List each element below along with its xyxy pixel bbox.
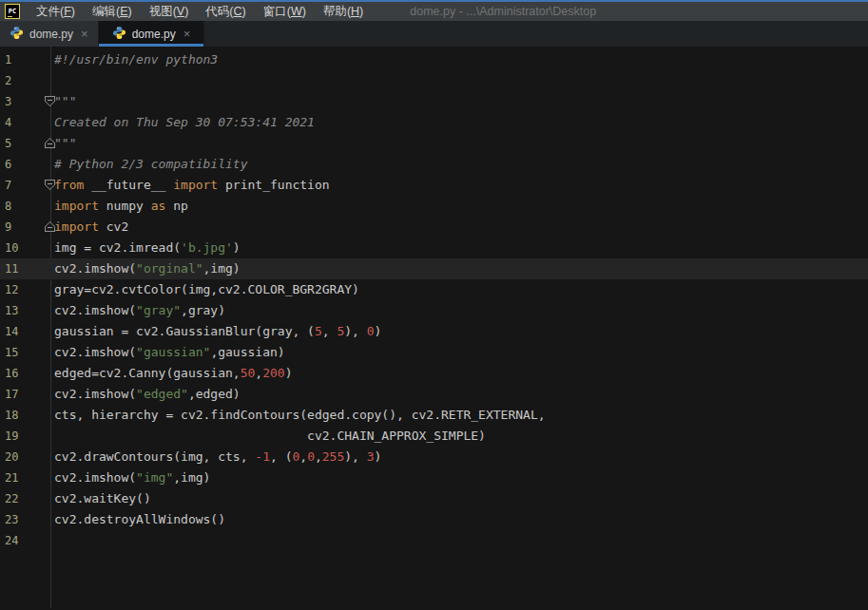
- line-number[interactable]: 23: [0, 509, 51, 530]
- menu-label-pre: 编辑(: [92, 5, 120, 18]
- code-line-text[interactable]: cv2.imshow("gray",gray): [51, 300, 225, 321]
- line-number[interactable]: 16: [0, 363, 51, 384]
- line-number[interactable]: 24: [0, 530, 51, 551]
- tab-dome-py[interactable]: dome.py×: [0, 21, 99, 47]
- code-line[interactable]: 3""": [0, 91, 868, 112]
- code-line-text[interactable]: [51, 70, 54, 91]
- code-line[interactable]: 13cv2.imshow("gray",gray): [0, 300, 868, 321]
- code-line[interactable]: 20cv2.drawContours(img, cts, -1, (0,0,25…: [0, 447, 868, 467]
- line-number[interactable]: 8: [0, 196, 51, 217]
- code-line[interactable]: 2: [0, 70, 868, 91]
- line-number[interactable]: 1: [0, 49, 51, 70]
- menu-mnemonic: W: [291, 5, 302, 18]
- code-line-text[interactable]: Created on Thu Sep 30 07:53:41 2021: [51, 112, 315, 133]
- code-token-pl: numpy: [99, 199, 151, 213]
- code-line-text[interactable]: cv2.destroyAllWindows(): [51, 509, 225, 530]
- code-line[interactable]: 8import numpy as np: [0, 196, 868, 217]
- code-token-pl: ): [375, 324, 382, 338]
- tab-dome-py[interactable]: dome.py×: [99, 21, 205, 47]
- code-token-pl: cv2.imshow(: [54, 387, 136, 401]
- code-token-pl: ): [233, 240, 241, 255]
- code-editor[interactable]: 1#!/usr/bin/env python323"""4Created on …: [0, 47, 868, 608]
- line-number[interactable]: 2: [0, 70, 51, 91]
- pycharm-logo-text: PC: [9, 8, 16, 15]
- code-token-pl: ,gaussian): [210, 345, 284, 359]
- code-line[interactable]: 16edged=cv2.Canny(gaussian,50,200): [0, 363, 868, 384]
- code-line[interactable]: 22cv2.waitKey(): [0, 488, 868, 509]
- code-line-text[interactable]: import cv2: [51, 217, 128, 238]
- menu-item-view[interactable]: 视图(V): [141, 2, 198, 21]
- code-line-text[interactable]: gray=cv2.cvtColor(img,cv2.COLOR_BGR2GRAY…: [51, 279, 359, 300]
- code-line-text[interactable]: from __future__ import print_function: [51, 175, 330, 196]
- code-line-text[interactable]: #!/usr/bin/env python3: [51, 49, 218, 70]
- menu-item-help[interactable]: 帮助(H): [315, 2, 372, 21]
- code-line[interactable]: 17cv2.imshow("edged",edged): [0, 384, 868, 405]
- menu-label-suf: ): [359, 5, 363, 18]
- code-line-text[interactable]: import numpy as np: [51, 196, 188, 217]
- code-line[interactable]: 24: [0, 530, 868, 551]
- code-line-text[interactable]: cv2.imshow("img",img): [51, 467, 210, 488]
- line-number[interactable]: 17: [0, 384, 51, 405]
- line-number[interactable]: 14: [0, 321, 51, 342]
- code-line[interactable]: 10img = cv2.imread('b.jpg'): [0, 238, 868, 258]
- code-line[interactable]: 12gray=cv2.cvtColor(img,cv2.COLOR_BGR2GR…: [0, 279, 868, 300]
- code-line[interactable]: 23cv2.destroyAllWindows(): [0, 509, 868, 530]
- code-token-pl: gaussian = cv2.GaussianBlur(gray, (: [54, 324, 315, 338]
- menu-item-edit[interactable]: 编辑(E): [84, 2, 141, 21]
- code-line-text[interactable]: # Python 2/3 compatibility: [51, 154, 248, 175]
- line-number[interactable]: 5: [0, 133, 51, 154]
- line-number[interactable]: 10: [0, 238, 51, 258]
- close-icon[interactable]: ×: [183, 27, 191, 41]
- code-line-text[interactable]: cv2.imshow("gaussian",gaussian): [51, 342, 285, 363]
- code-token-kw: import: [54, 199, 99, 213]
- tab-label: dome.py: [29, 28, 73, 41]
- fold-toggle-icon[interactable]: [45, 138, 55, 148]
- line-number[interactable]: 11: [0, 258, 51, 279]
- line-number[interactable]: 13: [0, 300, 51, 321]
- code-line-text[interactable]: cv2.imshow("edged",edged): [51, 384, 241, 405]
- fold-toggle-icon[interactable]: [45, 221, 55, 232]
- code-line[interactable]: 5""": [0, 133, 868, 154]
- line-number[interactable]: 21: [0, 467, 51, 488]
- code-line-text[interactable]: cts, hierarchy = cv2.findContours(edged.…: [51, 405, 546, 426]
- code-line[interactable]: 14gaussian = cv2.GaussianBlur(gray, (5, …: [0, 321, 868, 342]
- code-line-text[interactable]: cv2.drawContours(img, cts, -1, (0,0,255)…: [51, 447, 381, 467]
- line-number[interactable]: 18: [0, 405, 51, 426]
- line-number[interactable]: 12: [0, 279, 51, 300]
- code-token-pl: , (: [270, 449, 292, 464]
- fold-toggle-icon[interactable]: [45, 96, 55, 106]
- close-icon[interactable]: ×: [81, 27, 88, 41]
- line-number[interactable]: 6: [0, 154, 51, 175]
- code-line[interactable]: 15cv2.imshow("gaussian",gaussian): [0, 342, 868, 363]
- code-line[interactable]: 19 cv2.CHAIN_APPROX_SIMPLE): [0, 426, 868, 447]
- menu-label-suf: ): [184, 5, 188, 18]
- line-number[interactable]: 7: [0, 175, 51, 196]
- code-line-text[interactable]: img = cv2.imread('b.jpg'): [51, 238, 241, 258]
- fold-toggle-icon[interactable]: [45, 180, 55, 190]
- menu-item-file[interactable]: 文件(F): [28, 2, 84, 21]
- code-line-text[interactable]: cv2.CHAIN_APPROX_SIMPLE): [51, 426, 486, 447]
- code-line[interactable]: 1#!/usr/bin/env python3: [0, 49, 868, 70]
- code-line-text[interactable]: gaussian = cv2.GaussianBlur(gray, (5, 5)…: [51, 321, 381, 342]
- line-number[interactable]: 22: [0, 488, 51, 509]
- line-number[interactable]: 15: [0, 342, 51, 363]
- line-number[interactable]: 4: [0, 112, 51, 133]
- line-number[interactable]: 9: [0, 217, 51, 238]
- code-token-str: "gray": [136, 303, 181, 317]
- code-line[interactable]: 7from __future__ import print_function: [0, 175, 868, 196]
- line-number[interactable]: 19: [0, 426, 51, 447]
- code-line[interactable]: 4Created on Thu Sep 30 07:53:41 2021: [0, 112, 868, 133]
- code-line[interactable]: 18cts, hierarchy = cv2.findContours(edge…: [0, 405, 868, 426]
- code-line[interactable]: 21cv2.imshow("img",img): [0, 467, 868, 488]
- code-line[interactable]: 6# Python 2/3 compatibility: [0, 154, 868, 175]
- code-line[interactable]: 11cv2.imshow("orginal",img): [0, 258, 868, 279]
- code-line[interactable]: 9import cv2: [0, 217, 868, 238]
- code-line-text[interactable]: [51, 530, 54, 551]
- line-number[interactable]: 20: [0, 447, 51, 467]
- code-line-text[interactable]: edged=cv2.Canny(gaussian,50,200): [51, 363, 292, 384]
- line-number[interactable]: 3: [0, 91, 51, 112]
- code-line-text[interactable]: cv2.waitKey(): [51, 488, 151, 509]
- menu-item-window[interactable]: 窗口(W): [255, 2, 315, 21]
- code-line-text[interactable]: cv2.imshow("orginal",img): [51, 258, 241, 279]
- menu-item-code[interactable]: 代码(C): [197, 2, 254, 21]
